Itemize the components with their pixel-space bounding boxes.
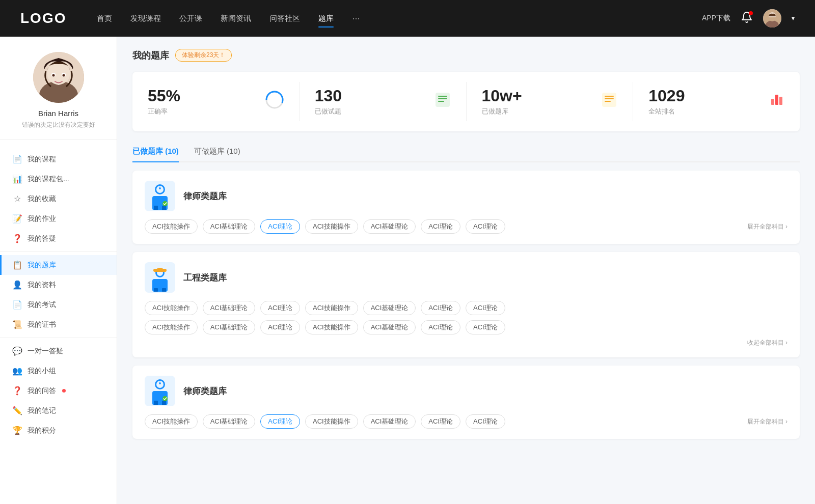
tag-lawyer1-4[interactable]: ACI基础理论	[363, 219, 416, 234]
svg-rect-34	[162, 288, 166, 292]
nav-discover[interactable]: 发现课程	[130, 12, 161, 25]
sidebar-item-certificate[interactable]: 📜 我的证书	[0, 315, 117, 334]
tag-lawyer1-1[interactable]: ACI基础理论	[203, 219, 256, 234]
nav-qa[interactable]: 问答社区	[269, 12, 300, 25]
trial-badge: 体验剩余23天！	[175, 49, 232, 62]
svg-rect-15	[438, 101, 444, 102]
svg-point-8	[52, 74, 55, 77]
nav-question-bank[interactable]: 题库	[318, 12, 334, 25]
tag-lawyer2-4[interactable]: ACI基础理论	[363, 414, 416, 429]
my-questions-icon: ❓	[12, 386, 22, 396]
main-layout: Brian Harris 错误的决定比没有决定要好 📄 我的课程 📊 我的课程包…	[0, 37, 815, 504]
sidebar-item-homework[interactable]: 📝 我的作业	[0, 209, 117, 229]
nav-more[interactable]: ···	[352, 11, 360, 26]
sidebar-item-notes[interactable]: ✏️ 我的笔记	[0, 401, 117, 421]
tag-eng2-6[interactable]: ACI理论	[466, 320, 505, 334]
tag-eng-4[interactable]: ACI基础理论	[363, 301, 416, 315]
sidebar-item-qa[interactable]: ❓ 我的答疑	[0, 229, 117, 248]
course-icon: 📄	[12, 154, 22, 164]
tag-lawyer2-5[interactable]: ACI理论	[421, 414, 460, 429]
nav-open-course[interactable]: 公开课	[179, 12, 202, 25]
bank-tags-lawyer-1: ACI技能操作 ACI基础理论 ACI理论 ACI技能操作 ACI基础理论 AC…	[145, 219, 787, 234]
sidebar-label-qa: 我的答疑	[28, 234, 56, 243]
tag-eng2-2[interactable]: ACI理论	[260, 320, 300, 334]
tag-eng-1[interactable]: ACI基础理论	[203, 301, 256, 315]
certificate-icon: 📜	[12, 320, 22, 329]
bank-card-engineer: 工程类题库 ACI技能操作 ACI基础理论 ACI理论 ACI技能操作 ACI基…	[132, 252, 800, 357]
stat-banks: 10w+ 已做题库	[467, 82, 634, 121]
tag-lawyer1-2[interactable]: ACI理论	[260, 219, 300, 234]
tag-lawyer2-1[interactable]: ACI基础理论	[203, 414, 256, 429]
sidebar-item-favorites[interactable]: ☆ 我的收藏	[0, 189, 117, 209]
app-download-button[interactable]: APP下载	[702, 14, 730, 23]
sidebar-label-homework: 我的作业	[28, 214, 56, 223]
stats-card: 55% 正确率 130 已做试题	[132, 72, 800, 131]
dropdown-arrow-icon[interactable]: ▾	[792, 15, 795, 22]
nav-home[interactable]: 首页	[97, 12, 112, 25]
page-header: 我的题库 体验剩余23天！	[132, 49, 800, 62]
tag-lawyer2-2[interactable]: ACI理论	[260, 414, 300, 429]
sidebar-item-question-bank[interactable]: 📋 我的题库	[0, 255, 117, 275]
tag-lawyer1-0[interactable]: ACI技能操作	[145, 219, 198, 234]
tag-eng-0[interactable]: ACI技能操作	[145, 301, 198, 315]
nav-news[interactable]: 新闻资讯	[221, 12, 251, 25]
notification-bell[interactable]	[741, 11, 753, 25]
sidebar-item-one-on-one[interactable]: 💬 一对一答疑	[0, 341, 117, 361]
question-bank-icon: 📋	[12, 260, 22, 270]
tag-eng-2[interactable]: ACI理论	[260, 301, 300, 315]
stat-questions-value: 130	[315, 87, 429, 105]
sidebar-item-course-pack[interactable]: 📊 我的课程包...	[0, 169, 117, 189]
tag-eng2-4[interactable]: ACI基础理论	[363, 320, 416, 334]
svg-rect-18	[605, 98, 614, 99]
sidebar-label-exam: 我的考试	[28, 300, 56, 310]
stat-questions-text: 130 已做试题	[315, 87, 429, 116]
svg-rect-33	[154, 288, 158, 292]
sidebar-item-points[interactable]: 🏆 我的积分	[0, 421, 117, 440]
qa-icon: ❓	[12, 234, 22, 243]
svg-rect-19	[605, 101, 611, 102]
svg-rect-31	[153, 269, 167, 272]
tab-done[interactable]: 已做题库 (10)	[132, 142, 179, 161]
divider-2	[0, 338, 117, 338]
tag-eng2-0[interactable]: ACI技能操作	[145, 320, 198, 334]
tag-lawyer1-6[interactable]: ACI理论	[466, 219, 505, 234]
nav-menu: 首页 发现课程 公开课 新闻资讯 问答社区 题库 ···	[97, 11, 702, 26]
tab-available[interactable]: 可做题库 (10)	[194, 142, 240, 161]
tag-lawyer1-3[interactable]: ACI技能操作	[305, 219, 358, 234]
sidebar-label-my-course: 我的课程	[28, 155, 56, 164]
stat-rank-value: 1029	[648, 87, 763, 105]
tag-lawyer1-5[interactable]: ACI理论	[421, 219, 460, 234]
expand-link-lawyer-1[interactable]: 展开全部科目 ›	[742, 222, 787, 231]
tag-lawyer2-6[interactable]: ACI理论	[466, 414, 505, 429]
tag-eng-5[interactable]: ACI理论	[421, 301, 460, 315]
sidebar-item-my-info[interactable]: 👤 我的资料	[0, 275, 117, 295]
my-info-icon: 👤	[12, 280, 22, 290]
notes-icon: ✏️	[12, 406, 22, 415]
bank-tags-engineer-row1: ACI技能操作 ACI基础理论 ACI理论 ACI技能操作 ACI基础理论 AC…	[145, 301, 787, 315]
tag-eng2-1[interactable]: ACI基础理论	[203, 320, 256, 334]
sidebar-item-exam[interactable]: 📄 我的考试	[0, 295, 117, 315]
tag-eng2-5[interactable]: ACI理论	[421, 320, 460, 334]
bank-card-lawyer-1-header: 律师类题库	[145, 181, 787, 211]
tag-lawyer2-3[interactable]: ACI技能操作	[305, 414, 358, 429]
sidebar-item-group[interactable]: 👥 我的小组	[0, 361, 117, 381]
sidebar: Brian Harris 错误的决定比没有决定要好 📄 我的课程 📊 我的课程包…	[0, 37, 117, 504]
avatar[interactable]	[763, 9, 781, 27]
tag-lawyer2-0[interactable]: ACI技能操作	[145, 414, 198, 429]
question-notification-dot	[62, 389, 66, 393]
collapse-link-engineer[interactable]: 收起全部科目 ›	[145, 339, 787, 347]
stat-banks-label: 已做题库	[482, 107, 596, 116]
bank-tags-lawyer-2: ACI技能操作 ACI基础理论 ACI理论 ACI技能操作 ACI基础理论 AC…	[145, 414, 787, 429]
tag-eng-6[interactable]: ACI理论	[466, 301, 505, 315]
logo[interactable]: LOGO	[20, 10, 66, 26]
points-icon: 🏆	[12, 426, 22, 435]
homework-icon: 📝	[12, 214, 22, 223]
tag-eng2-3[interactable]: ACI技能操作	[305, 320, 358, 334]
profile-avatar	[33, 52, 84, 103]
sidebar-label-course-pack: 我的课程包...	[28, 175, 69, 184]
stat-banks-value: 10w+	[482, 87, 596, 105]
expand-link-lawyer-2[interactable]: 展开全部科目 ›	[742, 417, 787, 426]
sidebar-item-my-questions[interactable]: ❓ 我的问答	[0, 381, 117, 401]
tag-eng-3[interactable]: ACI技能操作	[305, 301, 358, 315]
sidebar-item-my-course[interactable]: 📄 我的课程	[0, 149, 117, 169]
